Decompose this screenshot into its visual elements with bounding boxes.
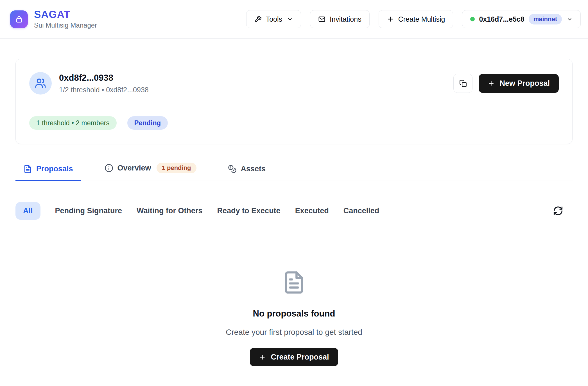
new-proposal-button[interactable]: New Proposal [479,74,559,93]
wallet-button[interactable]: 0x16d7...e5c8 mainnet [462,10,581,28]
empty-state: No proposals found Create your first pro… [15,270,573,366]
filter-ready-to-execute[interactable]: Ready to Execute [217,207,281,215]
tab-overview-label: Overview [117,164,151,172]
multisig-card: 0xd8f2...0938 1/2 threshold • 0xd8f2...0… [15,59,573,144]
plus-icon [488,80,495,87]
membership-badge: 1 threshold • 2 members [29,116,117,130]
lock-icon [15,15,23,23]
new-proposal-label: New Proposal [499,79,550,88]
multisig-title: 0xd8f2...0938 [59,73,149,83]
copy-icon [459,80,467,87]
filter-pending-signature[interactable]: Pending Signature [55,207,122,215]
plus-icon [387,15,394,23]
multisig-actions: New Proposal [453,74,559,93]
info-icon [105,164,113,172]
empty-state-subtitle: Create your first proposal to get starte… [226,328,362,337]
tools-label: Tools [266,15,282,23]
refresh-button[interactable] [552,205,564,217]
chevron-down-icon [287,16,293,22]
create-multisig-label: Create Multisig [398,15,445,23]
multisig-titles: 0xd8f2...0938 1/2 threshold • 0xd8f2...0… [59,73,149,94]
tab-proposals[interactable]: Proposals [15,164,81,181]
tab-proposals-label: Proposals [36,165,73,173]
file-text-icon [282,270,306,295]
tab-assets[interactable]: Assets [220,164,274,181]
app-header: SAGAT Sui Multisig Manager Tools Invitat… [0,0,588,39]
invitations-label: Invitations [330,15,361,23]
brand-logo [10,10,28,28]
empty-state-title: No proposals found [253,309,335,319]
tab-assets-label: Assets [241,165,266,173]
users-icon [35,78,46,89]
proposal-filters: All Pending Signature Waiting for Others… [15,202,573,220]
filter-executed[interactable]: Executed [295,207,329,215]
pending-count-badge: 1 pending [157,163,196,173]
invitations-button[interactable]: Invitations [310,10,370,28]
create-proposal-label: Create Proposal [271,353,329,362]
card-divider [29,106,559,106]
copy-address-button[interactable] [453,74,472,93]
multisig-avatar [29,72,52,95]
filter-waiting-for-others[interactable]: Waiting for Others [137,207,203,215]
refresh-icon [553,206,563,216]
wrench-icon [254,15,262,23]
network-badge: mainnet [529,14,562,24]
tab-overview[interactable]: Overview 1 pending [97,162,204,181]
mail-icon [318,15,325,23]
chevron-down-icon [567,16,573,22]
brand-name: SAGAT [34,9,97,21]
multisig-subtitle: 1/2 threshold • 0xd8f2...0938 [59,86,149,94]
brand-tagline: Sui Multisig Manager [34,21,97,29]
wallet-address: 0x16d7...e5c8 [479,15,524,23]
wallet-status-dot [470,17,475,21]
main-content: 0xd8f2...0938 1/2 threshold • 0xd8f2...0… [0,59,588,366]
header-actions: Tools Invitations Create Multisig 0x16d7… [246,10,581,28]
filter-cancelled[interactable]: Cancelled [343,207,379,215]
tab-bar: Proposals Overview 1 pending Assets [15,162,573,181]
create-proposal-button[interactable]: Create Proposal [250,348,338,366]
filter-all[interactable]: All [15,202,40,220]
brand[interactable]: SAGAT Sui Multisig Manager [10,9,97,30]
badge-row: 1 threshold • 2 members Pending [29,116,559,130]
brand-text: SAGAT Sui Multisig Manager [34,9,97,30]
status-badge: Pending [127,116,168,130]
multisig-card-header: 0xd8f2...0938 1/2 threshold • 0xd8f2...0… [29,72,559,95]
plus-icon [259,354,266,361]
file-text-icon [23,165,32,173]
create-multisig-button[interactable]: Create Multisig [379,10,453,28]
multisig-identity: 0xd8f2...0938 1/2 threshold • 0xd8f2...0… [29,72,149,95]
tools-button[interactable]: Tools [246,10,301,28]
coins-icon [228,165,237,173]
